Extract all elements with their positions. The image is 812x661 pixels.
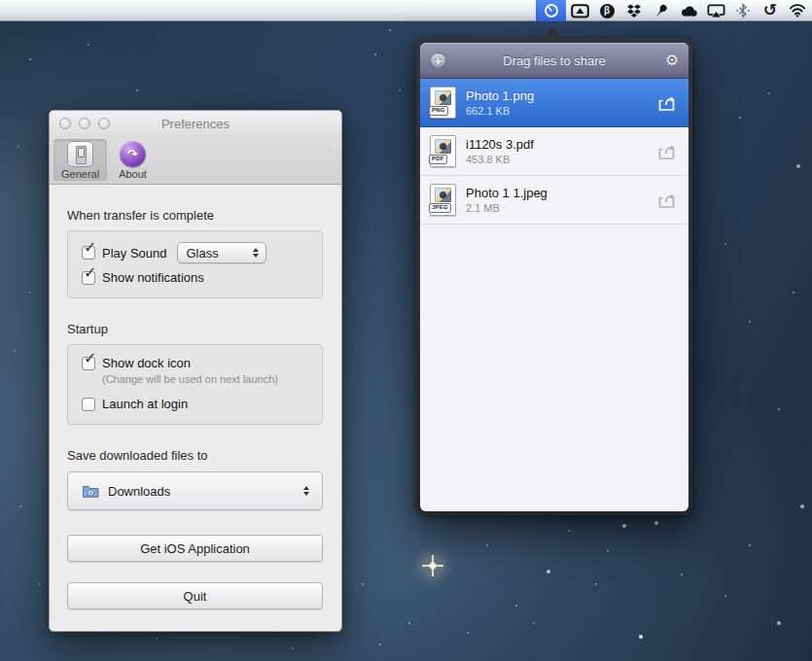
share-popover: + Drag files to share ⚙ PNG Photo 1.png … (416, 39, 692, 515)
file-thumbnail (435, 139, 451, 154)
select-arrows-icon (303, 486, 309, 496)
tab-general-label: General (61, 168, 99, 180)
dock-change-note: (Change will be used on next launch) (102, 373, 308, 385)
file-type-badge: PNG (429, 106, 448, 116)
general-switch-icon (67, 141, 93, 167)
share-app-timer-icon[interactable] (536, 0, 566, 21)
popover-title: Drag files to share (420, 53, 688, 68)
airplay-icon[interactable] (702, 0, 729, 21)
settings-gear-icon[interactable]: ⚙ (665, 52, 679, 68)
file-size: 2.1 MB (466, 202, 547, 214)
beta-icon[interactable]: β (593, 0, 620, 21)
beta-glyph: β (600, 4, 615, 18)
play-sound-checkbox[interactable]: ✓ (82, 246, 95, 260)
file-name: Photo 1.png (466, 88, 534, 103)
sound-select-value: Glass (187, 246, 219, 261)
bright-star (427, 560, 439, 572)
file-name: i1120s 3.pdf (466, 137, 534, 152)
desktop: β (0, 0, 812, 661)
select-arrows-icon (253, 248, 259, 258)
wifi-icon[interactable] (784, 0, 811, 21)
file-row[interactable]: JPEG Photo 1 1.jpeg 2.1 MB (420, 176, 688, 225)
file-row[interactable]: PNG Photo 1.png 662.1 KB (420, 79, 688, 127)
downloads-folder-icon (82, 484, 100, 499)
preferences-content: When transfer is complete ✓ Play Sound G… (50, 185, 341, 631)
file-thumbnail (435, 188, 451, 202)
checkmark-icon: ✓ (84, 240, 96, 256)
get-ios-application-button[interactable]: Get iOS Application (67, 535, 323, 562)
sound-select[interactable]: Glass (177, 242, 266, 263)
save-section-label: Save downloaded files to (67, 448, 323, 463)
file-row[interactable]: PDF i1120s 3.pdf 453.8 KB (420, 127, 688, 176)
about-icon: ↷ (120, 141, 146, 167)
startup-section-label: Startup (67, 322, 323, 336)
share-icon[interactable] (656, 94, 677, 112)
pdf-file-icon: PDF (430, 135, 456, 167)
cloud-icon[interactable] (675, 0, 702, 21)
title-bar[interactable]: Preferences (50, 111, 341, 136)
download-folder-value: Downloads (108, 484, 170, 499)
tab-about[interactable]: ↷ About (111, 139, 155, 181)
dropbox-icon[interactable] (620, 0, 648, 21)
show-dock-icon-checkbox[interactable]: ✓ (82, 357, 95, 370)
file-type-badge: PDF (429, 155, 447, 164)
png-file-icon: PNG (430, 87, 456, 119)
close-button[interactable] (59, 118, 71, 129)
file-type-badge: JPEG (429, 203, 451, 213)
file-name: Photo 1 1.jpeg (466, 186, 547, 200)
share-icon[interactable] (656, 191, 677, 209)
file-size: 453.8 KB (466, 154, 534, 165)
jpeg-file-icon: JPEG (430, 184, 456, 216)
launch-at-login-checkbox[interactable] (82, 398, 95, 411)
transfer-section-label: When transfer is complete (67, 208, 323, 223)
show-dock-icon-label: Show dock icon (102, 356, 191, 370)
file-size: 662.1 KB (466, 105, 534, 117)
minimize-button[interactable] (79, 118, 90, 129)
preferences-window: Preferences General ↷ About When transfe… (49, 110, 342, 632)
zoom-button[interactable] (98, 118, 110, 129)
tab-general[interactable]: General (53, 139, 107, 181)
popover-header: + Drag files to share ⚙ (420, 43, 688, 79)
tab-about-label: About (119, 168, 147, 180)
checkmark-icon: ✓ (84, 265, 96, 281)
add-file-button[interactable]: + (430, 52, 446, 69)
time-machine-icon[interactable]: ↺ (757, 0, 784, 21)
show-notifications-label: Show notifications (102, 270, 204, 285)
preferences-toolbar: General ↷ About (50, 136, 341, 185)
pin-icon[interactable] (648, 0, 675, 21)
checkmark-icon: ✓ (84, 351, 96, 366)
transfer-groupbox: ✓ Play Sound Glass ✓ Show notifications (67, 230, 323, 298)
time-machine-glyph: ↺ (763, 2, 777, 18)
menu-bar: β (0, 0, 812, 21)
image-capture-icon[interactable] (566, 0, 593, 21)
menu-bar-status-icons: β (536, 0, 811, 21)
launch-at-login-label: Launch at login (102, 397, 188, 411)
share-icon[interactable] (656, 143, 677, 160)
bluetooth-icon[interactable] (729, 0, 757, 21)
play-sound-label: Play Sound (102, 246, 167, 261)
file-list: PNG Photo 1.png 662.1 KB (420, 79, 688, 511)
download-folder-select[interactable]: Downloads (67, 471, 323, 510)
quit-button[interactable]: Quit (67, 582, 323, 609)
show-notifications-checkbox[interactable]: ✓ (82, 271, 95, 285)
file-thumbnail (435, 90, 451, 105)
popover-arrow (540, 27, 565, 40)
startup-groupbox: ✓ Show dock icon (Change will be used on… (67, 344, 323, 425)
